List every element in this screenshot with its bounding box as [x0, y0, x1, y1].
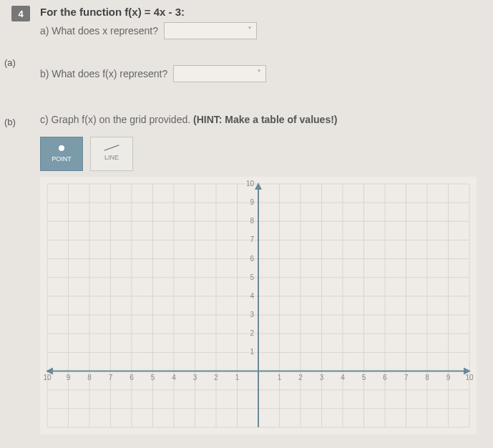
- question-title: For the function f(x) = 4x - 3:: [40, 6, 257, 18]
- svg-text:3: 3: [250, 311, 254, 318]
- svg-text:4: 4: [172, 374, 176, 381]
- svg-text:8: 8: [425, 374, 429, 381]
- svg-text:3: 3: [320, 374, 324, 381]
- svg-text:4: 4: [250, 292, 254, 300]
- svg-text:9: 9: [250, 198, 254, 206]
- graph-canvas[interactable]: 109876543211098765432112345678910: [40, 177, 477, 434]
- point-tool-button[interactable]: POINT: [40, 137, 83, 171]
- part-c-hint: (HINT: Make a table of values!): [193, 114, 338, 125]
- line-tool-label: LINE: [104, 154, 119, 161]
- svg-text:2: 2: [298, 374, 303, 381]
- part-a-dropdown[interactable]: ˅: [164, 22, 257, 39]
- svg-text:9: 9: [67, 374, 71, 381]
- svg-text:5: 5: [362, 374, 366, 381]
- svg-text:5: 5: [250, 273, 254, 281]
- coordinate-grid: 109876543211098765432112345678910: [40, 177, 477, 434]
- svg-text:10: 10: [43, 374, 52, 381]
- chevron-down-icon: ˅: [257, 69, 261, 79]
- chevron-down-icon: ˅: [248, 26, 252, 36]
- svg-text:7: 7: [404, 374, 409, 381]
- line-icon: [104, 145, 119, 150]
- svg-text:1: 1: [250, 348, 254, 356]
- svg-text:6: 6: [383, 374, 387, 381]
- part-a-prompt: a) What does x represent?: [40, 25, 158, 36]
- svg-text:6: 6: [250, 255, 254, 263]
- svg-text:3: 3: [193, 374, 197, 381]
- svg-text:10: 10: [246, 180, 255, 188]
- svg-text:8: 8: [250, 217, 254, 225]
- line-tool-button[interactable]: LINE: [90, 137, 133, 171]
- part-c-prompt: c) Graph f(x) on the grid provided.: [40, 114, 193, 125]
- svg-text:7: 7: [109, 374, 113, 381]
- side-label-a: (a): [4, 57, 16, 68]
- svg-text:5: 5: [151, 374, 155, 381]
- part-b-dropdown[interactable]: ˅: [173, 65, 266, 82]
- svg-text:10: 10: [465, 374, 474, 381]
- svg-text:2: 2: [214, 374, 218, 381]
- svg-text:8: 8: [87, 374, 92, 381]
- side-label-b: (b): [4, 117, 16, 127]
- svg-text:9: 9: [446, 374, 451, 381]
- dot-icon: [59, 145, 64, 151]
- svg-text:1: 1: [235, 374, 240, 381]
- svg-text:2: 2: [250, 329, 254, 337]
- svg-text:7: 7: [250, 235, 254, 243]
- svg-text:6: 6: [130, 374, 134, 381]
- svg-text:4: 4: [341, 374, 345, 381]
- part-b-prompt: b) What does f(x) represent?: [40, 68, 167, 79]
- point-tool-label: POINT: [52, 155, 72, 162]
- question-number-badge: 4: [11, 6, 30, 21]
- graph-tool-palette: POINT LINE: [40, 137, 482, 171]
- svg-text:1: 1: [278, 374, 282, 381]
